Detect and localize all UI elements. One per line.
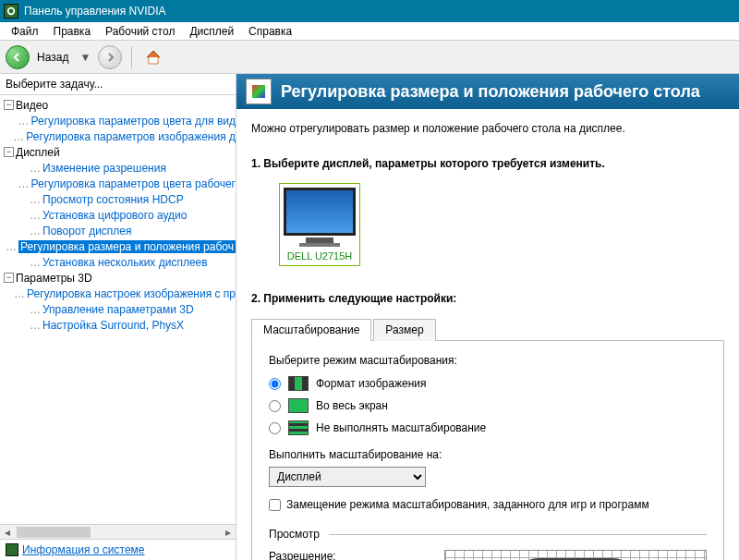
radio-aspect-label: Формат изображения: [316, 377, 426, 390]
forward-button[interactable]: [98, 45, 122, 69]
content: Регулировка размера и положения рабочего…: [236, 74, 739, 560]
svg-point-1: [9, 9, 14, 14]
tree-category-display[interactable]: Дисплей: [16, 146, 60, 159]
tab-size[interactable]: Размер: [373, 319, 435, 341]
home-button[interactable]: [141, 45, 165, 69]
menu-bar: Файл Правка Рабочий стол Дисплей Справка: [0, 22, 739, 41]
system-info-link[interactable]: Информация о системе: [22, 543, 144, 556]
back-dropdown[interactable]: ▼: [76, 51, 94, 64]
display-selector[interactable]: DELL U2715H: [279, 183, 360, 266]
expand-toggle[interactable]: −: [4, 273, 14, 283]
menu-edit[interactable]: Правка: [46, 23, 99, 40]
sidebar: Выберите задачу... −Видео …Регулировка п…: [0, 74, 236, 560]
tab-scaling[interactable]: Масштабирование: [251, 319, 371, 341]
tree-item[interactable]: Регулировка параметров цвета рабочег: [30, 177, 236, 190]
radio-none[interactable]: [269, 422, 281, 434]
tree-item[interactable]: Установка цифрового аудио: [42, 209, 187, 222]
radio-fullscreen[interactable]: [269, 400, 281, 412]
toolbar-separator: [131, 46, 132, 68]
tree-item[interactable]: Поворот дисплея: [42, 225, 132, 237]
page-title: Регулировка размера и положения рабочего…: [281, 82, 700, 102]
radio-none-label: Не выполнять масштабирование: [316, 421, 486, 434]
menu-file[interactable]: Файл: [4, 23, 46, 40]
radio-aspect[interactable]: [269, 378, 281, 390]
tree-item[interactable]: Управление параметрами 3D: [42, 303, 194, 316]
tree-item[interactable]: Настройка Surround, PhysX: [42, 319, 184, 332]
tree-item[interactable]: Установка нескольких дисплеев: [42, 256, 208, 269]
fullscreen-icon: [288, 398, 309, 413]
divider: [329, 534, 707, 535]
back-button[interactable]: [6, 45, 30, 69]
page-description: Можно отрегулировать размер и положение …: [251, 122, 724, 135]
menu-display[interactable]: Дисплей: [182, 23, 241, 40]
task-tree: −Видео …Регулировка параметров цвета для…: [0, 95, 236, 539]
resolution-label: Разрешение:: [269, 550, 426, 560]
menu-desktop[interactable]: Рабочий стол: [98, 23, 182, 40]
toolbar: Назад ▼: [0, 41, 739, 74]
horizontal-scrollbar[interactable]: ◂ ▸: [0, 524, 236, 539]
sidebar-header: Выберите задачу...: [0, 74, 236, 95]
step1-title: 1. Выберите дисплей, параметры которого …: [251, 157, 724, 170]
preview-image: [444, 550, 707, 560]
tree-item[interactable]: Регулировка параметров изображения д: [26, 130, 236, 143]
perform-on-select[interactable]: Дисплей: [269, 467, 426, 487]
monitor-icon: [284, 188, 356, 236]
expand-toggle[interactable]: −: [4, 100, 14, 110]
tabs: Масштабирование Размер: [251, 318, 724, 341]
window-title: Панель управления NVIDIA: [24, 5, 166, 18]
scroll-thumb[interactable]: [17, 527, 91, 538]
tree-item[interactable]: Регулировка параметров цвета для вид: [31, 115, 236, 128]
tab-body-scaling: Выберите режим масштабирования: Формат и…: [251, 341, 724, 560]
tree-category-3d[interactable]: Параметры 3D: [16, 272, 92, 285]
noscale-icon: [288, 420, 309, 435]
override-checkbox[interactable]: [269, 499, 281, 511]
monitor-label: DELL U2715H: [287, 250, 353, 262]
back-label[interactable]: Назад: [33, 51, 72, 64]
radio-fullscreen-label: Во весь экран: [316, 399, 388, 412]
override-label: Замещение режима масштабирования, заданн…: [286, 498, 649, 511]
expand-toggle[interactable]: −: [4, 147, 14, 157]
tree-item-selected[interactable]: Регулировка размера и положения рабоч: [18, 240, 236, 253]
content-header: Регулировка размера и положения рабочего…: [236, 74, 739, 109]
scaling-mode-label: Выберите режим масштабирования:: [269, 354, 707, 367]
page-icon: [246, 79, 272, 104]
menu-help[interactable]: Справка: [241, 23, 299, 40]
perform-on-label: Выполнить масштабирование на:: [269, 448, 707, 461]
scroll-left-icon[interactable]: ◂: [0, 526, 15, 539]
title-bar: Панель управления NVIDIA: [0, 0, 739, 22]
tree-item[interactable]: Регулировка настроек изображения с пр: [27, 287, 236, 300]
tree-item[interactable]: Просмотр состояния HDCP: [42, 193, 184, 206]
tree-item[interactable]: Изменение разрешения: [42, 162, 166, 175]
sidebar-footer: Информация о системе: [0, 539, 236, 560]
scroll-right-icon[interactable]: ▸: [221, 526, 236, 539]
step2-title: 2. Применить следующие настройки:: [251, 292, 724, 305]
aspect-icon: [288, 376, 309, 391]
preview-label: Просмотр: [269, 528, 320, 541]
tree-category-video[interactable]: Видео: [16, 99, 48, 112]
nvidia-icon: [4, 4, 18, 18]
system-info-icon: [6, 543, 18, 556]
